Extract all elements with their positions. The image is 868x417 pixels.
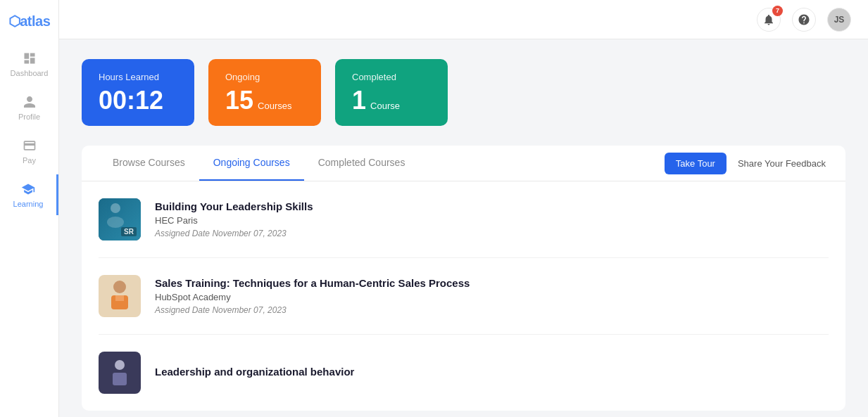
sidebar-nav: Dashboard Profile Pay Learning [0,44,58,215]
tabs-header: Browse Courses Ongoing Courses Completed… [82,146,845,181]
ongoing-sub: Courses [258,101,291,111]
user-avatar[interactable]: JS [827,8,851,32]
sidebar-item-pay-label: Pay [23,156,36,165]
sidebar-item-pay[interactable]: Pay [0,131,58,172]
notification-badge: 7 [772,6,783,16]
ongoing-card: Ongoing 15 Courses [208,59,321,126]
course-thumb-person [99,275,141,317]
ongoing-label: Ongoing [225,72,304,82]
course-title: Leadership and organizational behavior [155,366,829,378]
course-provider: HEC Paris [155,215,829,226]
course-provider: HubSpot Academy [155,292,829,302]
svg-point-1 [107,217,124,228]
course-info: Leadership and organizational behavior [155,366,829,380]
course-title: Sales Training: Techniques for a Human-C… [155,277,829,289]
course-date: Assigned Date November 07, 2023 [155,229,829,238]
tabs-nav: Browse Courses Ongoing Courses Completed… [99,146,419,181]
course-item: Sales Training: Techniques for a Human-C… [99,258,829,335]
hours-learned-value: 00:12 [99,88,177,113]
completed-value: 1 [352,88,366,113]
course-thumbnail [99,198,141,240]
sidebar-item-dashboard-label: Dashboard [11,69,49,77]
tab-ongoing[interactable]: Ongoing Courses [199,146,304,181]
help-button[interactable] [792,8,816,32]
completed-label: Completed [352,72,431,82]
course-thumb-sr [99,198,141,240]
course-thumbnail [99,275,141,317]
course-thumb-leadership [99,352,141,394]
dashboard-icon [22,51,37,66]
take-tour-button[interactable]: Take Tour [665,153,727,174]
completed-sub: Course [370,101,400,111]
svg-point-2 [113,281,126,293]
svg-point-0 [111,203,120,213]
share-feedback-button[interactable]: Share Your Feedback [735,153,829,174]
sidebar-item-dashboard[interactable]: Dashboard [0,44,58,84]
courses-panel: Browse Courses Ongoing Courses Completed… [82,146,845,411]
course-info: Sales Training: Techniques for a Human-C… [155,277,829,315]
course-date: Assigned Date November 07, 2023 [155,305,829,315]
learning-icon [20,181,36,197]
sidebar: ⬡atlas Dashboard Profile Pay Learn [0,0,59,417]
svg-rect-6 [113,373,127,385]
profile-icon [22,94,37,110]
course-thumbnail [99,352,141,394]
course-item: Building Your Leadership Skills HEC Pari… [99,181,829,258]
stat-cards: Hours Learned 00:12 Ongoing 15 Courses C… [82,59,845,126]
page-content: Hours Learned 00:12 Ongoing 15 Courses C… [59,39,868,417]
svg-rect-4 [115,295,124,301]
hours-learned-card: Hours Learned 00:12 [82,59,194,126]
svg-point-5 [115,360,125,370]
course-title: Building Your Leadership Skills [155,200,829,212]
course-info: Building Your Leadership Skills HEC Pari… [155,200,829,238]
pay-icon [22,138,37,153]
tab-browse[interactable]: Browse Courses [99,146,199,181]
sidebar-item-profile[interactable]: Profile [0,87,58,128]
notification-button[interactable]: 7 [757,8,781,32]
tabs-actions: Take Tour Share Your Feedback [665,153,829,174]
main-content: 7 JS Hours Learned 00:12 Ongoing 15 Cour… [59,0,868,417]
sidebar-item-learning-label: Learning [13,200,44,208]
sidebar-item-learning[interactable]: Learning [0,174,58,215]
hours-learned-label: Hours Learned [99,72,177,82]
course-item: Leadership and organizational behavior [99,335,829,411]
ongoing-value: 15 [225,88,253,113]
completed-card: Completed 1 Course [335,59,448,126]
app-logo: ⬡atlas [0,0,58,37]
tab-completed[interactable]: Completed Courses [304,146,420,181]
course-list: Building Your Leadership Skills HEC Pari… [82,181,845,411]
header: 7 JS [59,0,868,39]
app-name: ⬡atlas [8,13,51,30]
sidebar-item-profile-label: Profile [18,113,40,121]
